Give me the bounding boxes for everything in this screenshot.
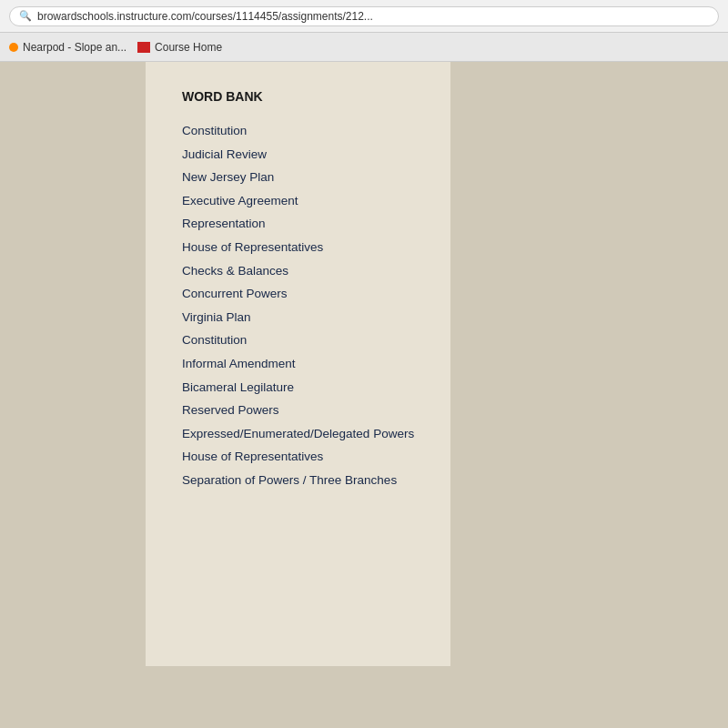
tab-nearpod-label: Nearpod - Slope an... — [23, 41, 126, 54]
word-list-item: Constitution — [182, 329, 414, 351]
word-list-item: New Jersey Plan — [182, 167, 414, 188]
word-list-item: Reserved Powers — [182, 399, 414, 421]
url-text: browardschools.instructure.com/courses/1… — [37, 10, 373, 23]
word-list-item: Expressed/Enumerated/Delegated Powers — [182, 423, 414, 445]
right-margin — [523, 62, 728, 666]
word-list-item: Concurrent Powers — [182, 283, 414, 305]
tab-nearpod[interactable]: Nearpod - Slope an... — [9, 41, 126, 54]
nearpod-dot-icon — [9, 43, 18, 52]
word-list: ConstitutionJudicial ReviewNew Jersey Pl… — [182, 120, 414, 491]
tabs-bar: Nearpod - Slope an... Course Home — [0, 33, 728, 62]
content-area: WORD BANK ConstitutionJudicial ReviewNew… — [0, 62, 728, 666]
tab-coursehome-label: Course Home — [155, 41, 222, 54]
word-list-item: Executive Agreement — [182, 190, 414, 212]
tab-coursehome[interactable]: Course Home — [137, 41, 222, 54]
main-content: WORD BANK ConstitutionJudicial ReviewNew… — [146, 62, 450, 666]
search-icon: 🔍 — [19, 10, 32, 22]
word-list-item: Representation — [182, 213, 414, 235]
word-list-item: Informal Amendment — [182, 353, 414, 375]
word-list-item: House of Representatives — [182, 446, 414, 468]
word-list-item: Judicial Review — [182, 144, 414, 166]
word-list-item: House of Representatives — [182, 237, 414, 258]
word-bank-title: WORD BANK — [182, 89, 414, 104]
url-input[interactable]: 🔍 browardschools.instructure.com/courses… — [9, 6, 719, 26]
word-list-item: Constitution — [182, 120, 414, 142]
word-list-item: Bicameral Legilature — [182, 377, 414, 399]
left-margin — [0, 62, 73, 666]
coursehome-icon — [137, 42, 150, 53]
browser-url-bar: 🔍 browardschools.instructure.com/courses… — [0, 0, 728, 33]
word-list-item: Virginia Plan — [182, 307, 414, 329]
word-list-item: Checks & Balances — [182, 260, 414, 282]
word-list-item: Separation of Powers / Three Branches — [182, 470, 414, 491]
